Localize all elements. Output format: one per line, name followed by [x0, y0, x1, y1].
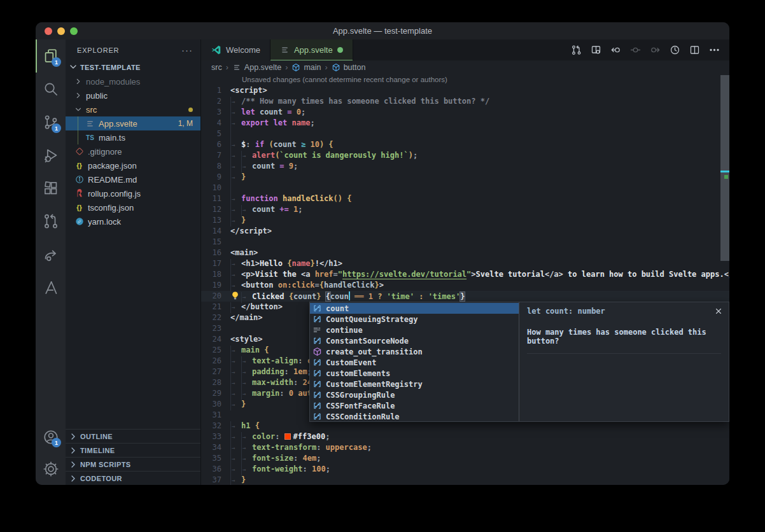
tree-item-tsconfig-json[interactable]: {}tsconfig.json [66, 200, 200, 214]
tree-item-public[interactable]: public [66, 88, 200, 102]
code-line-33[interactable]: 33color: #ff3e00; [201, 431, 729, 442]
code-line-2[interactable]: 2/** How many times has someone clicked … [201, 96, 729, 107]
tree-item-app-svelte[interactable]: App.svelte1, M [66, 116, 200, 130]
lightbulb-icon[interactable] [230, 291, 241, 300]
code-line-4[interactable]: 4export let name; [201, 118, 729, 129]
code-line-18[interactable]: 18<p>Visit the <a href="https://svelte.d… [201, 269, 729, 280]
line-number: 36 [201, 464, 230, 475]
breadcrumb-item-app-svelte[interactable]: App.svelte [232, 63, 281, 72]
suggest-item-create_out_transition[interactable]: create_out_transition [310, 346, 519, 357]
suggest-item-CustomEvent[interactable]: CustomEvent [310, 357, 519, 368]
open-changes-button[interactable] [566, 45, 586, 55]
close-window-button[interactable] [45, 27, 52, 35]
code-line-5[interactable]: 5 [201, 129, 729, 139]
breadcrumb-item-main[interactable]: main [291, 63, 321, 72]
chevron-right-icon [68, 445, 78, 456]
open-preview-button[interactable] [586, 45, 606, 55]
activity-bar-item-azure[interactable] [36, 271, 66, 304]
code-line-20[interactable]: 20Clicked {count} {coun ══ 1 ? 'time' : … [201, 291, 729, 302]
line-number: 14 [201, 226, 230, 237]
breadcrumb-item-src[interactable]: src [211, 63, 222, 72]
code-line-13[interactable]: 13} [201, 215, 729, 226]
tree-item-rollup-config-js[interactable]: rollup.config.js [66, 186, 200, 200]
activity-bar-item-settings[interactable] [36, 453, 66, 485]
activity-bar-item-explorer[interactable]: 1 [36, 39, 66, 73]
code-line-36[interactable]: 36font-weight: 100; [201, 464, 729, 475]
code-line-9[interactable]: 9} [201, 172, 729, 183]
explorer-actions-button[interactable]: ··· [181, 45, 193, 55]
tree-item-yarn-lock[interactable]: yarn.lock [66, 214, 200, 228]
code-line-10[interactable]: 10 [201, 183, 729, 193]
suggest-item-CSSConditionRule[interactable]: CSSConditionRule [310, 411, 519, 422]
code-line-7[interactable]: 7alert(`count is dangerously high!`); [201, 150, 729, 161]
tree-item-src[interactable]: src [66, 102, 200, 116]
panel-header-npm-scripts[interactable]: NPM SCRIPTS [66, 457, 200, 471]
code-line-17[interactable]: 17<h1>Hello {name}!</h1> [201, 258, 729, 269]
workspace-section-header[interactable]: TEST-TEMPLATE [66, 60, 200, 74]
color-swatch[interactable] [284, 433, 291, 440]
activity-bar-item-search[interactable] [36, 73, 66, 106]
zoom-window-button[interactable] [70, 27, 78, 35]
activity-bar-item-accounts[interactable]: 1 [36, 421, 66, 453]
code-line-11[interactable]: 11function handleClick() { [201, 193, 729, 204]
line-number: 11 [201, 193, 230, 204]
code-line-1[interactable]: 1<script> [201, 85, 729, 96]
suggest-item-CSSFontFaceRule[interactable]: CSSFontFaceRule [310, 400, 519, 411]
code-line-32[interactable]: 32h1 { [201, 421, 729, 431]
line-number: 33 [201, 431, 230, 442]
navigate-current-button[interactable] [626, 45, 645, 55]
badge: 1 [52, 57, 61, 67]
suggest-item-ConstantSourceNode[interactable]: ConstantSourceNode [310, 335, 519, 346]
code-line-6[interactable]: 6$: if (count ≥ 10) { [201, 139, 729, 150]
chevron-right-icon [68, 431, 78, 442]
code-line-14[interactable]: 14</script> [201, 226, 729, 237]
suggest-item-customElements[interactable]: customElements [310, 368, 519, 379]
close-icon[interactable] [714, 307, 723, 316]
suggest-doc-signature: let count: number [527, 307, 721, 316]
panel-header-outline[interactable]: OUTLINE [66, 429, 200, 443]
code-editor[interactable]: Unsaved changes (cannot determine recent… [201, 74, 729, 485]
toggle-recording-button[interactable] [665, 45, 685, 55]
code-line-19[interactable]: 19<button on:click={handleClick}> [201, 280, 729, 291]
code-line-16[interactable]: 16<main> [201, 248, 729, 258]
tree-item-package-json[interactable]: {}package.json [66, 158, 200, 172]
suggest-item-count[interactable]: count [310, 303, 519, 314]
code-line-35[interactable]: 35font-size: 4em; [201, 453, 729, 464]
activity-bar-item-run-debug[interactable] [36, 139, 66, 172]
line-number: 29 [201, 388, 230, 399]
symbol-variable-icon [312, 379, 323, 389]
navigate-back-button[interactable] [606, 45, 626, 55]
tree-item-readme-md[interactable]: README.md [66, 172, 200, 186]
suggest-item-CountQueuingStrategy[interactable]: CountQueuingStrategy [310, 314, 519, 325]
activity-bar-item-live-share[interactable] [36, 238, 66, 271]
code-line-37[interactable]: 37} [201, 475, 729, 485]
split-editor-button[interactable] [685, 45, 705, 55]
line-number: 20 [201, 291, 230, 302]
breadcrumb-separator: › [226, 63, 228, 72]
tab-app-svelte[interactable]: App.svelte [270, 39, 353, 60]
code-line-3[interactable]: 3let count = 0; [201, 107, 729, 118]
suggest-item-CustomElementRegistry[interactable]: CustomElementRegistry [310, 379, 519, 389]
activity-bar-item-github-pull-requests[interactable] [36, 205, 66, 238]
suggest-item-CSSGroupingRule[interactable]: CSSGroupingRule [310, 389, 519, 400]
suggest-item-continue[interactable]: continue [310, 325, 519, 335]
activity-bar-item-extensions[interactable] [36, 172, 66, 205]
symbol-cube-icon [291, 63, 300, 72]
code-line-15[interactable]: 15 [201, 237, 729, 248]
minimize-window-button[interactable] [57, 27, 65, 35]
code-line-12[interactable]: 12count += 1; [201, 204, 729, 215]
code-line-8[interactable]: 8count = 9; [201, 161, 729, 172]
activity-bar-item-source-control[interactable]: 1 [36, 106, 66, 139]
tree-item-main-ts[interactable]: TSmain.ts [66, 130, 200, 144]
panel-header-codetour[interactable]: CODETOUR [66, 471, 200, 485]
code-line-34[interactable]: 34text-transform: uppercase; [201, 442, 729, 453]
more-actions-button[interactable] [705, 45, 724, 55]
gear-icon [43, 461, 59, 477]
breadcrumb-item-button[interactable]: button [332, 63, 366, 72]
panel-header-timeline[interactable]: TIMELINE [66, 443, 200, 457]
tab-welcome[interactable]: Welcome [201, 39, 270, 60]
tree-item-gitignore[interactable]: .gitignore [66, 144, 200, 158]
scrollbar-thumb[interactable] [720, 75, 729, 261]
navigate-forward-button[interactable] [645, 45, 665, 55]
tree-item-node-modules[interactable]: node_modules [66, 74, 200, 88]
